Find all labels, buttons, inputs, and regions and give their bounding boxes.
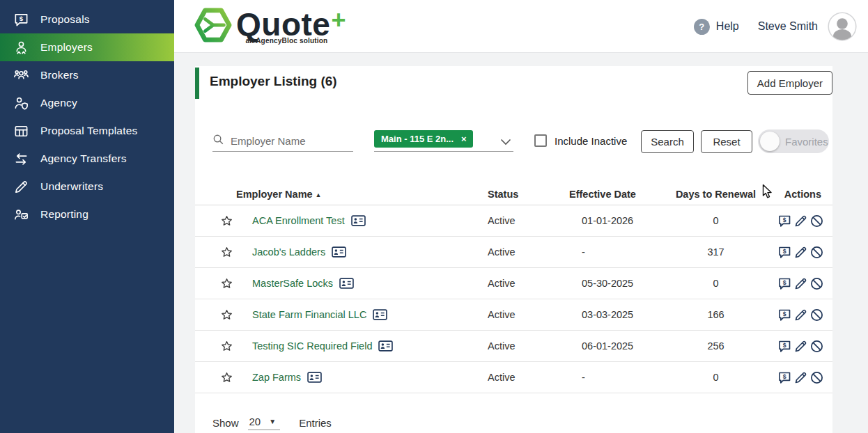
edit-employer-button[interactable] xyxy=(793,214,808,228)
page-title: Employer Listing (6) xyxy=(210,74,337,89)
employer-name-link[interactable]: Testing SIC Required Field xyxy=(252,340,372,352)
favorites-toggle[interactable]: Favorites xyxy=(758,129,829,153)
employer-name-link[interactable]: State Farm Financial LLC xyxy=(252,309,366,320)
user-name[interactable]: Steve Smith xyxy=(758,20,818,33)
sidebar-item-proposal-templates[interactable]: Proposal Templates xyxy=(0,117,174,145)
contact-card-icon[interactable] xyxy=(332,246,346,258)
svg-text:$: $ xyxy=(783,216,786,223)
avatar[interactable] xyxy=(828,12,857,41)
days-to-renewal-value: 0 xyxy=(662,278,770,289)
favorite-star-icon[interactable] xyxy=(212,246,252,259)
svg-text:$: $ xyxy=(783,373,786,380)
effective-date-value: - xyxy=(554,372,662,383)
favorites-label: Favorites xyxy=(785,136,828,148)
effective-date-value: - xyxy=(554,246,662,258)
chevron-down-icon[interactable] xyxy=(500,136,511,148)
contact-card-icon[interactable] xyxy=(373,309,387,320)
status-value: Active xyxy=(488,309,554,320)
page-size-select[interactable]: 20 ▼ xyxy=(248,416,281,430)
header-days-to-renewal[interactable]: Days to Renewal xyxy=(662,189,770,200)
create-proposal-button[interactable]: $ xyxy=(777,245,792,260)
favorite-star-icon[interactable] xyxy=(212,340,252,353)
caret-down-icon: ▼ xyxy=(269,418,276,425)
sidebar-item-proposals[interactable]: $Proposals xyxy=(0,6,174,33)
row-actions: $ xyxy=(770,370,824,385)
employer-name-link[interactable]: ACA Enrollment Test xyxy=(252,215,345,226)
favorite-star-icon[interactable] xyxy=(212,277,252,290)
employer-name-link[interactable]: Zap Farms xyxy=(252,372,301,383)
status-value: Active xyxy=(488,246,554,258)
help-button[interactable]: ? Help xyxy=(694,19,739,35)
favorites-toggle-knob xyxy=(760,132,780,151)
help-label: Help xyxy=(716,20,739,33)
logo-hexagon-icon xyxy=(194,5,232,48)
svg-text:$: $ xyxy=(783,342,786,349)
create-proposal-button[interactable]: $ xyxy=(777,308,792,322)
create-proposal-button[interactable]: $ xyxy=(777,276,792,291)
add-employer-button[interactable]: Add Employer xyxy=(747,71,832,95)
edit-employer-button[interactable] xyxy=(793,308,808,322)
edit-employer-button[interactable] xyxy=(793,245,808,260)
employer-name-input[interactable] xyxy=(231,135,342,147)
edit-employer-button[interactable] xyxy=(793,339,808,354)
sidebar-item-label: Employers xyxy=(40,41,93,54)
edit-employer-button[interactable] xyxy=(793,370,808,385)
contact-card-icon[interactable] xyxy=(307,372,322,383)
contact-card-icon[interactable] xyxy=(378,340,393,352)
sidebar-item-brokers[interactable]: Brokers xyxy=(0,61,174,89)
sidebar-item-agency-transfers[interactable]: Agency Transfers xyxy=(0,145,174,173)
include-inactive-group: Include Inactive xyxy=(534,134,627,147)
row-actions: $ xyxy=(770,245,824,260)
location-select[interactable]: Main - 115 E 2n... × xyxy=(374,128,513,152)
employer-name-link[interactable]: MasterSafe Locks xyxy=(252,278,333,289)
chip-remove-icon[interactable]: × xyxy=(461,134,467,143)
create-proposal-button[interactable]: $ xyxy=(777,339,792,354)
deactivate-employer-button[interactable] xyxy=(809,276,824,291)
days-to-renewal-value: 317 xyxy=(662,246,770,258)
create-proposal-button[interactable]: $ xyxy=(777,214,792,228)
contact-card-icon[interactable] xyxy=(339,278,354,289)
location-filter-chip: Main - 115 E 2n... × xyxy=(374,130,473,148)
sidebar-item-employers[interactable]: Employers xyxy=(0,33,174,61)
logo-plus: + xyxy=(331,6,346,34)
status-value: Active xyxy=(488,215,554,226)
sidebar-item-underwriters[interactable]: Underwriters xyxy=(0,173,174,200)
sidebar-item-agency[interactable]: Agency xyxy=(0,89,174,117)
deactivate-employer-button[interactable] xyxy=(809,245,824,260)
header-status[interactable]: Status xyxy=(488,189,554,200)
deactivate-employer-button[interactable] xyxy=(809,214,824,228)
deactivate-employer-button[interactable] xyxy=(809,339,824,354)
effective-date-value: 01-01-2026 xyxy=(554,215,662,226)
include-inactive-checkbox[interactable] xyxy=(534,134,547,147)
page-size-value: 20 xyxy=(249,416,261,427)
reporting-icon xyxy=(12,205,30,223)
deactivate-employer-button[interactable] xyxy=(809,370,824,385)
deactivate-employer-button[interactable] xyxy=(809,308,824,322)
sidebar-nav: $ProposalsEmployersBrokersAgencyProposal… xyxy=(0,0,174,228)
table-body: ACA Enrollment TestActive01-01-20260$Jac… xyxy=(195,205,832,393)
contact-card-icon[interactable] xyxy=(351,215,366,226)
sidebar-item-reporting[interactable]: Reporting xyxy=(0,200,174,228)
include-inactive-label: Include Inactive xyxy=(555,135,627,147)
effective-date-value: 05-30-2025 xyxy=(554,278,662,289)
edit-employer-button[interactable] xyxy=(793,276,808,291)
create-proposal-button[interactable]: $ xyxy=(777,370,792,385)
employer-name-link[interactable]: Jacob's Ladders xyxy=(252,246,325,258)
svg-text:$: $ xyxy=(19,15,23,22)
search-button[interactable]: Search xyxy=(641,130,694,153)
favorite-star-icon[interactable] xyxy=(212,371,252,384)
status-value: Active xyxy=(488,340,554,352)
search-icon xyxy=(212,134,224,148)
days-to-renewal-value: 0 xyxy=(662,215,770,226)
header-employer-name[interactable]: Employer Name▲ xyxy=(236,189,488,200)
sidebar-item-label: Underwriters xyxy=(40,180,103,193)
favorite-star-icon[interactable] xyxy=(212,308,252,322)
favorite-star-icon[interactable] xyxy=(212,214,252,228)
quoteplus-logo: Quote+ an AgencyBloc solution xyxy=(194,5,346,48)
reset-button[interactable]: Reset xyxy=(701,130,752,153)
days-to-renewal-value: 256 xyxy=(662,340,770,352)
title-accent-bar xyxy=(195,68,199,99)
header-effective-date[interactable]: Effective Date xyxy=(554,189,662,200)
status-value: Active xyxy=(488,278,554,289)
row-actions: $ xyxy=(770,308,824,322)
